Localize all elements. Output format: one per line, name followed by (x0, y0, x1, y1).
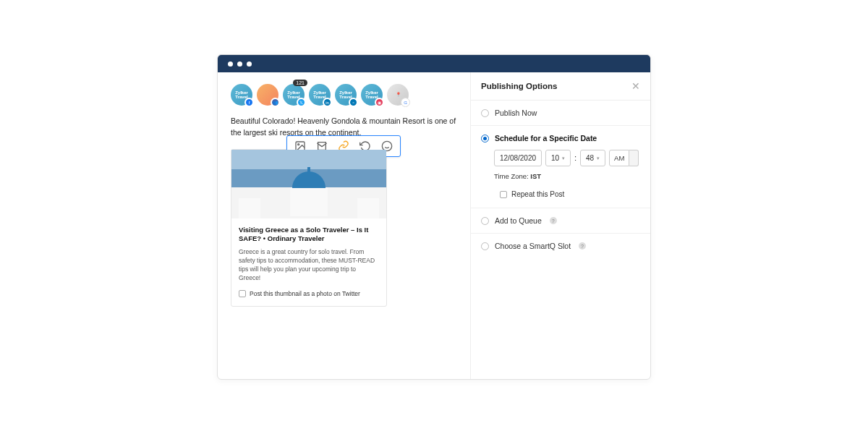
channel-google[interactable]: 📍 G (387, 84, 409, 106)
channel-instagram[interactable]: Zylker Travel ◉ (361, 84, 383, 106)
chevron-down-icon: ▾ (562, 156, 565, 161)
google-badge-icon: G (401, 98, 410, 107)
channel-linkedin[interactable]: Zylker Travel in (309, 84, 331, 106)
app-window: Zylker Travel f 👥 121 Zylker Travel 𝕏 Zy… (217, 54, 651, 380)
radio-icon[interactable] (481, 242, 489, 250)
preview-body: Visiting Greece as a Solo Traveler – Is … (231, 218, 386, 306)
option-schedule[interactable]: Schedule for a Specific Date 12/08/2020 … (471, 126, 650, 208)
linkedin-badge-icon: in (323, 98, 332, 107)
minute-select[interactable]: 48▾ (580, 150, 605, 166)
checkbox-icon[interactable] (500, 191, 507, 198)
group-badge-icon: 👥 (271, 98, 280, 107)
channel-facebook[interactable]: Zylker Travel f (231, 84, 252, 106)
channel-twitter[interactable]: 121 Zylker Travel 𝕏 (283, 84, 305, 106)
radio-icon[interactable] (481, 109, 489, 117)
channel-group[interactable]: 👥 (257, 84, 278, 106)
channel-linkedin-page[interactable]: Zylker Travel ▫ (335, 84, 357, 106)
option-label: Choose a SmartQ Slot (495, 242, 571, 250)
repeat-label: Repeat this Post (511, 190, 564, 198)
link-preview-card: Visiting Greece as a Solo Traveler – Is … (231, 149, 387, 307)
checkbox-icon[interactable] (239, 290, 246, 297)
option-label: Schedule for a Specific Date (495, 134, 597, 142)
option-label: Publish Now (495, 109, 537, 117)
window-dot-2 (237, 61, 242, 67)
composer-panel: Zylker Travel f 👥 121 Zylker Travel 𝕏 Zy… (218, 72, 471, 379)
content-split: Zylker Travel f 👥 121 Zylker Travel 𝕏 Zy… (218, 72, 650, 379)
channel-avatars: Zylker Travel f 👥 121 Zylker Travel 𝕏 Zy… (231, 84, 457, 106)
preview-desc: Greece is a great country for solo trave… (239, 248, 379, 283)
hour-select[interactable]: 10▾ (545, 150, 571, 166)
instagram-badge-icon: ◉ (375, 98, 384, 107)
timezone-label: Time Zone: IST (494, 172, 640, 180)
panel-header: Publishing Options ✕ (471, 72, 650, 101)
option-publish-now[interactable]: Publish Now (471, 101, 650, 126)
pm-button[interactable] (629, 150, 639, 166)
window-dot-3 (247, 61, 252, 67)
date-input[interactable]: 12/08/2020 (494, 150, 542, 166)
publishing-panel: Publishing Options ✕ Publish Now Schedul… (471, 72, 650, 379)
close-icon[interactable]: ✕ (631, 81, 640, 91)
titlebar (218, 55, 650, 72)
radio-icon[interactable] (481, 217, 489, 225)
panel-title: Publishing Options (481, 82, 557, 90)
svg-point-1 (298, 143, 299, 145)
chevron-down-icon: ▾ (597, 156, 600, 161)
ampm-toggle[interactable]: AM (609, 150, 639, 166)
repeat-checkbox-row[interactable]: Repeat this Post (500, 190, 640, 198)
option-smartq[interactable]: Choose a SmartQ Slot ? (471, 234, 650, 258)
preview-title: Visiting Greece as a Solo Traveler – Is … (239, 226, 379, 244)
schedule-inputs: 12/08/2020 10▾ : 48▾ AM (494, 150, 640, 166)
option-label: Add to Queue (495, 216, 542, 225)
linkedin-page-badge-icon: ▫ (349, 98, 358, 107)
radio-icon[interactable] (481, 135, 489, 142)
am-button[interactable]: AM (609, 150, 629, 166)
facebook-badge-icon: f (244, 98, 254, 107)
twitter-badge-icon: 𝕏 (297, 98, 306, 107)
help-icon[interactable]: ? (550, 217, 557, 224)
preview-image (231, 150, 386, 218)
option-add-queue[interactable]: Add to Queue ? (471, 208, 650, 234)
checkbox-label: Post this thumbnail as a photo on Twitte… (250, 290, 360, 297)
time-colon: : (574, 154, 576, 162)
window-dot-1 (228, 61, 233, 67)
count-badge: 121 (293, 80, 307, 86)
post-thumbnail-checkbox-row[interactable]: Post this thumbnail as a photo on Twitte… (239, 290, 379, 297)
help-icon[interactable]: ? (579, 242, 586, 250)
